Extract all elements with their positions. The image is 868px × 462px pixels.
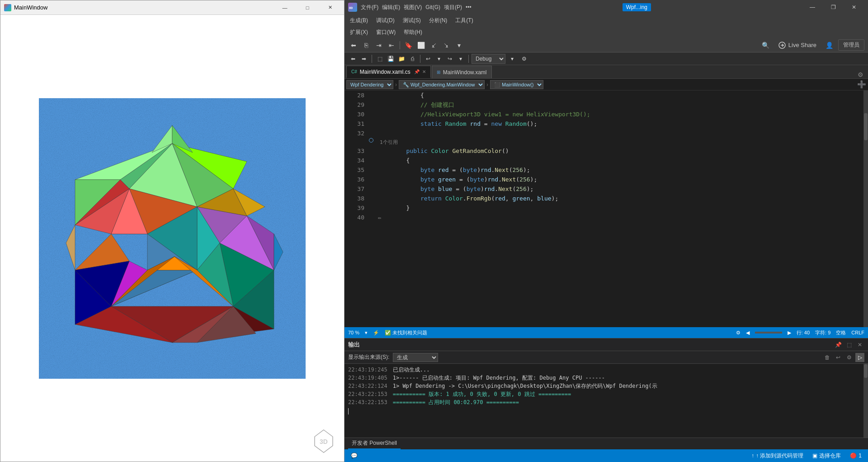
- output-wrap-icon[interactable]: ↩: [834, 353, 843, 362]
- code-line-34: {: [378, 156, 860, 165]
- toolbar-unindent-icon[interactable]: ⇤: [386, 40, 397, 51]
- toolbar2-undo-icon[interactable]: ↩: [423, 54, 433, 64]
- menu-window[interactable]: 窗口(W): [373, 28, 399, 37]
- toolbar2-undo-dropdown-icon[interactable]: ▾: [434, 54, 444, 64]
- toolbar2-settings-icon[interactable]: ⚙: [519, 54, 529, 64]
- toolbar-bookmark4-icon[interactable]: ⭸: [441, 40, 452, 51]
- toolbar2-back-icon[interactable]: ⬅: [348, 54, 358, 64]
- menu-tools[interactable]: 工具(T): [452, 16, 476, 25]
- error-indicator[interactable]: 🔴 1: [847, 452, 864, 460]
- output-toolbar: 显示输出来源(S): 生成 调试 🗑 ↩ ⚙ ▷: [344, 351, 868, 364]
- method-select[interactable]: ⬛ MainWindow(): [490, 80, 543, 89]
- namespace-select[interactable]: Wpf Dendering: [346, 80, 393, 89]
- output-clear-icon[interactable]: 🗑: [823, 353, 832, 362]
- toolbar2-redo-icon[interactable]: ↪: [445, 54, 455, 64]
- toolbar2-debug-dropdown-icon[interactable]: ▾: [507, 54, 517, 64]
- minimize-button[interactable]: —: [274, 0, 295, 15]
- toolbar-bookmark3-icon[interactable]: ⭹: [428, 40, 439, 51]
- manager-button[interactable]: 管理员: [838, 39, 864, 51]
- code-line-30: //HelixViewport3D view1 = new HelixViewp…: [378, 110, 860, 119]
- toolbar2-wrap-icon[interactable]: ⬚: [375, 54, 385, 64]
- vs-menu-view[interactable]: 视图(V): [404, 4, 422, 11]
- toolbar2-redo-dropdown-icon[interactable]: ▾: [456, 54, 466, 64]
- vs-tabs: C# MainWindow.xaml.cs 📌 ✕ ⊞ MainWindow.x…: [344, 65, 868, 79]
- chat-icon[interactable]: 💬: [348, 452, 360, 460]
- output-active-icon[interactable]: ▷: [855, 353, 864, 362]
- titlebar-left: MainWindow: [4, 4, 47, 11]
- powershell-tab[interactable]: 开发者 PowerShell: [348, 438, 401, 449]
- toolbar2-undo: ↩ ▾ ↪ ▾: [423, 54, 466, 64]
- tab-pin-cs[interactable]: 📌: [414, 69, 420, 74]
- add-code-button[interactable]: ➕: [857, 80, 866, 89]
- toolbar-bookmark-down-icon[interactable]: ▾: [453, 40, 464, 51]
- toolbar-back-icon[interactable]: ⬅: [348, 40, 359, 51]
- status-nav-left-icon[interactable]: ◀: [746, 330, 750, 336]
- output-settings-icon[interactable]: ⚙: [844, 353, 854, 362]
- vs-restore-button[interactable]: ❐: [823, 0, 844, 14]
- line-num-31: 31: [348, 119, 364, 129]
- tab-label-xaml: MainWindow.xaml: [443, 69, 487, 76]
- vs-menu-file[interactable]: 文件(F): [361, 4, 378, 11]
- tab-settings-button[interactable]: ⚙: [855, 71, 866, 78]
- live-share-button[interactable]: Live Share: [775, 40, 820, 51]
- status-message: ✅ 未找到相关问题: [385, 329, 427, 336]
- line-num-29: 29: [348, 100, 364, 110]
- maximize-button[interactable]: □: [297, 0, 318, 15]
- vs-close-button[interactable]: ✕: [844, 0, 864, 14]
- vs-menu-edit[interactable]: 编辑(E): [382, 4, 400, 11]
- status-settings-icon[interactable]: ⚙: [736, 330, 741, 336]
- zoom-level[interactable]: 70 %: [348, 330, 359, 335]
- toolbar-left: ⬅ ⎘ ⇥ ⇤ 🔖 ⬜ ⭹ ⭸ ▾: [348, 40, 464, 51]
- vs-menu-git[interactable]: Git(G): [425, 4, 440, 10]
- tab-mainwindow-xaml-cs[interactable]: C# MainWindow.xaml.cs 📌 ✕: [346, 66, 431, 78]
- close-button[interactable]: ✕: [320, 0, 340, 15]
- status-nav-right-icon[interactable]: ▶: [788, 330, 791, 336]
- xaml-file-icon: ⊞: [437, 70, 440, 75]
- output-log-3: 22:43:22:124 1> Wpf Dendering -> C:\User…: [348, 382, 864, 390]
- menu-help[interactable]: 帮助(H): [400, 28, 426, 37]
- output-log-1: 22:43:19:245 已启动生成...: [348, 366, 864, 374]
- vs-bottom-bar: 💬 ↑ ↑ 添加到源代码管理 ▣ 选择仓库 🔴 1: [344, 449, 868, 462]
- output-content[interactable]: 22:43:19:245 已启动生成... 22:43:19:405 1>---…: [344, 364, 868, 438]
- zoom-dropdown-icon[interactable]: ▾: [365, 330, 368, 336]
- line-num-37: 37: [348, 184, 364, 194]
- output-pin-button[interactable]: 📌: [834, 340, 843, 349]
- vs-menu-more[interactable]: •••: [466, 4, 472, 10]
- menu-test[interactable]: 测试(S): [399, 16, 425, 25]
- menu-debug[interactable]: 调试(D): [373, 16, 398, 25]
- code-scrollbar[interactable]: [863, 90, 868, 327]
- select-repo-button[interactable]: ▣ 选择仓库: [810, 451, 844, 461]
- search-icon[interactable]: 🔍: [760, 40, 771, 51]
- upload-icon: ↑: [751, 452, 754, 459]
- vs-titlebar-left: ∞ 文件(F) 编辑(E) 视图(V) Git(G) 项目(P) •••: [348, 3, 472, 12]
- app-icon: [4, 4, 11, 11]
- toolbar-person-icon[interactable]: 👤: [824, 40, 835, 51]
- main-window-panel: MainWindow — □ ✕: [0, 0, 344, 462]
- vs-menu-project[interactable]: 项目(P): [444, 4, 462, 11]
- code-content[interactable]: { // 创建视口 //HelixViewport3D view1 = new …: [374, 90, 863, 327]
- toolbar-bookmark2-icon[interactable]: ⬜: [415, 40, 426, 51]
- 3d-mesh-visualization: [39, 98, 306, 379]
- output-scrollbar[interactable]: [863, 364, 868, 438]
- output-source-label: 显示输出来源(S):: [348, 353, 389, 361]
- class-select[interactable]: 🔧 Wpf_Dendering.MainWindow: [399, 80, 485, 89]
- menu-extensions[interactable]: 扩展(X): [346, 28, 372, 37]
- toolbar-bookmark-icon[interactable]: 🔖: [403, 40, 414, 51]
- toolbar2-save2-icon[interactable]: 📁: [396, 54, 406, 64]
- output-close-button[interactable]: ✕: [855, 340, 864, 349]
- output-float-button[interactable]: ⬚: [844, 340, 854, 349]
- toolbar2-saveall-icon[interactable]: ⎙: [407, 54, 417, 64]
- add-to-source-button[interactable]: ↑ ↑ 添加到源代码管理: [749, 451, 806, 461]
- toolbar2-forward-icon[interactable]: ➡: [359, 54, 369, 64]
- output-source-select[interactable]: 生成 调试: [393, 353, 438, 362]
- vs-minimize-button[interactable]: —: [802, 0, 823, 14]
- toolbar-copy-icon[interactable]: ⎘: [361, 40, 372, 51]
- debug-config-select[interactable]: Debug Release: [472, 54, 505, 64]
- menu-analyze[interactable]: 分析(N): [425, 16, 451, 25]
- toolbar2-sep2: [420, 55, 420, 63]
- menu-build[interactable]: 生成(B): [346, 16, 372, 25]
- tab-close-cs[interactable]: ✕: [422, 69, 426, 74]
- toolbar2-save-icon[interactable]: 💾: [386, 54, 396, 64]
- tab-mainwindow-xaml[interactable]: ⊞ MainWindow.xaml: [432, 66, 492, 78]
- toolbar-indent-icon[interactable]: ⇥: [373, 40, 384, 51]
